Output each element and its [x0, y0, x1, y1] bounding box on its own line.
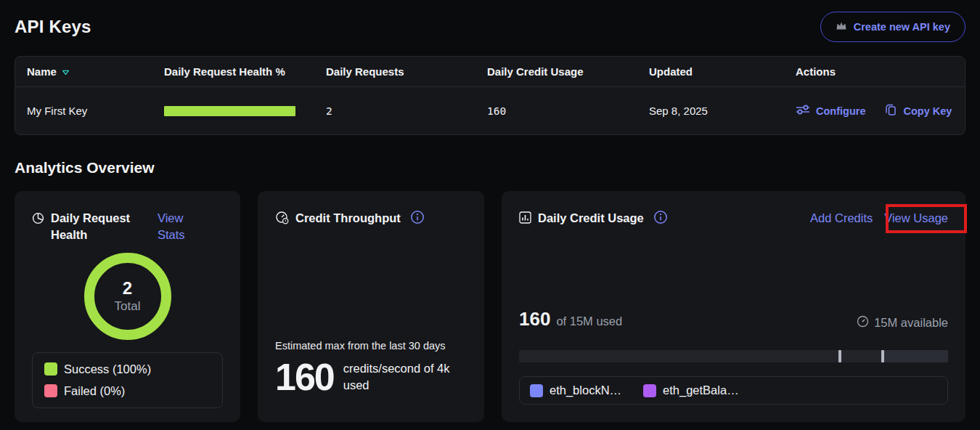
usage-available: 15M available [857, 315, 948, 330]
usage-progress-bar [519, 350, 948, 362]
legend-item-eth-blocknumber: eth_blockN… [530, 384, 621, 397]
copy-key-label: Copy Key [903, 105, 952, 117]
actions-cell: Configure Copy Key [796, 103, 965, 118]
column-header-actions: Actions [796, 65, 965, 78]
add-credits-link[interactable]: Add Credits [810, 210, 873, 227]
crown-icon [836, 21, 847, 33]
column-header-daily-requests: Daily Requests [326, 65, 487, 78]
table-row: My First Key 2 160 Sep 8, 2025 Configure [15, 87, 965, 134]
legend-item-eth-getbalance: eth_getBala… [643, 384, 739, 397]
api-keys-table: Name Daily Request Health % Daily Reques… [15, 56, 965, 135]
key-name: My First Key [27, 105, 164, 117]
legend-item-failed: Failed (0%) [44, 384, 211, 398]
sliders-icon [796, 104, 810, 118]
gauge-icon [857, 315, 869, 330]
failed-swatch [44, 384, 57, 397]
daily-request-health-card: Daily Request Health View Stats 2 Total … [15, 191, 240, 422]
health-card-title: Daily Request Health [51, 210, 136, 244]
daily-requests-value: 2 [326, 105, 487, 117]
column-header-daily-credit-usage: Daily Credit Usage [487, 65, 649, 78]
analytics-overview-title: Analytics Overview [15, 159, 965, 177]
copy-key-button[interactable]: Copy Key [884, 103, 952, 118]
daily-credit-usage-card: Daily Credit Usage Add Credits View Usag… [502, 191, 965, 422]
info-icon[interactable] [653, 210, 668, 227]
eth-getbalance-swatch [643, 384, 656, 397]
available-label: 15M available [874, 316, 948, 330]
daily-credit-usage-value: 160 [487, 105, 649, 117]
bar-chart-icon [519, 211, 531, 227]
table-header-row: Name Daily Request Health % Daily Reques… [15, 57, 965, 87]
configure-label: Configure [816, 105, 865, 117]
success-label: Success (100%) [64, 362, 151, 376]
configure-button[interactable]: Configure [796, 104, 865, 118]
health-legend: Success (100%) Failed (0%) [32, 352, 223, 408]
create-api-key-button[interactable]: Create new API key [820, 12, 965, 42]
usage-card-header: Daily Credit Usage Add Credits View Usag… [519, 210, 948, 227]
donut-total-label: Total [115, 299, 141, 314]
usage-used-suffix: of 15M used [556, 315, 622, 328]
create-api-key-label: Create new API key [854, 21, 950, 33]
health-bar-cell [164, 106, 326, 116]
page-header: API Keys Create new API key [15, 0, 965, 42]
failed-label: Failed (0%) [64, 384, 125, 398]
donut-ring: 2 Total [84, 253, 171, 340]
credit-throughput-card: Credit Throughput Estimated max from the… [258, 191, 484, 422]
donut-total-value: 2 [123, 278, 132, 299]
pie-chart-icon [32, 212, 44, 227]
eth-blocknumber-swatch [530, 384, 543, 397]
usage-card-title: Daily Credit Usage [538, 210, 644, 227]
health-card-header: Daily Request Health View Stats [32, 210, 223, 244]
gauge-icon [275, 211, 289, 227]
view-stats-link[interactable]: View Stats [158, 210, 192, 244]
updated-value: Sep 8, 2025 [649, 105, 796, 117]
copy-icon [884, 103, 897, 118]
throughput-card-header: Credit Throughput [275, 210, 467, 227]
column-header-health: Daily Request Health % [164, 65, 326, 78]
throughput-card-title: Credit Throughput [295, 210, 401, 227]
dashboard-page: API Keys Create new API key Name Daily R… [0, 0, 980, 422]
view-usage-link[interactable]: View Usage [884, 210, 948, 227]
usage-legend: eth_blockN… eth_getBala… [519, 376, 948, 405]
health-donut-chart: 2 Total [32, 253, 223, 340]
throughput-subtitle: Estimated max from the last 30 days [275, 340, 467, 352]
column-header-name[interactable]: Name [27, 65, 164, 78]
health-bar [164, 106, 295, 116]
throughput-value-row: 160 credits/second of 4k used [275, 358, 467, 396]
sort-chevron-icon [62, 65, 70, 78]
analytics-cards: Daily Request Health View Stats 2 Total … [15, 191, 965, 422]
legend-item-success: Success (100%) [44, 362, 211, 376]
usage-used-value: 160 [519, 308, 550, 330]
success-swatch [44, 362, 57, 376]
eth-blocknumber-label: eth_blockN… [550, 384, 621, 397]
usage-links: Add Credits View Usage [810, 210, 948, 227]
page-title: API Keys [15, 17, 91, 37]
info-icon[interactable] [410, 210, 425, 227]
usage-summary-row: 160 of 15M used 15M available [519, 308, 948, 330]
progress-marker [881, 350, 884, 362]
throughput-value: 160 [275, 358, 334, 396]
progress-marker [838, 350, 841, 362]
column-header-updated: Updated [649, 65, 796, 78]
eth-getbalance-label: eth_getBala… [663, 384, 739, 397]
progress-light-segment [881, 350, 948, 362]
throughput-unit: credits/second of 4k used [343, 360, 467, 394]
